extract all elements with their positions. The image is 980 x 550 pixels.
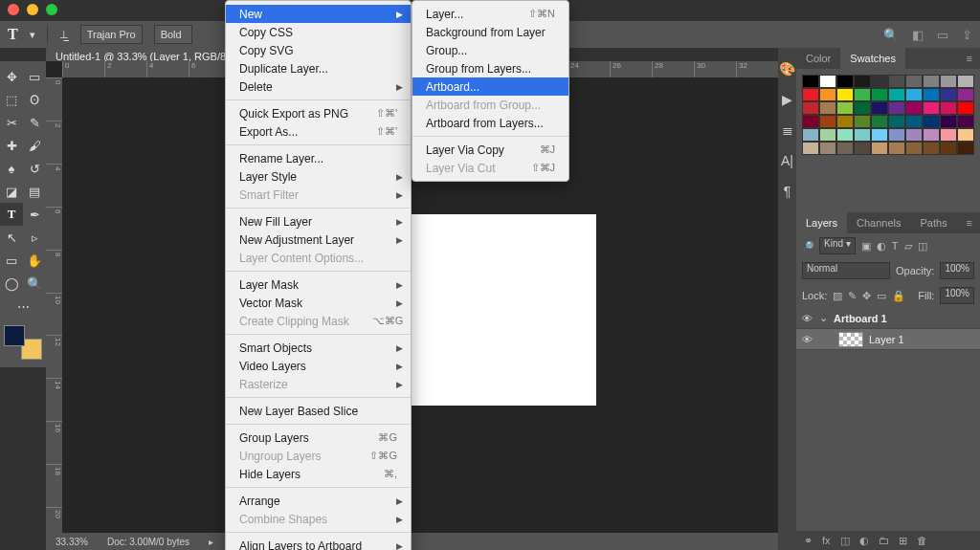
swatch[interactable] <box>802 142 819 155</box>
history-brush-tool[interactable]: ↺ <box>23 157 46 180</box>
swatch[interactable] <box>923 75 940 88</box>
swatch[interactable] <box>923 128 940 142</box>
lock-transparency-icon[interactable]: ▨ <box>833 290 842 302</box>
menu-item[interactable]: Hide Layers⌘, <box>226 465 411 483</box>
swatch[interactable] <box>905 101 923 115</box>
lock-position-icon[interactable]: ✥ <box>862 290 871 302</box>
swatch[interactable] <box>905 142 923 155</box>
swatch[interactable] <box>836 101 854 115</box>
move-tool[interactable]: ✥ <box>0 65 23 88</box>
swatch[interactable] <box>802 75 819 88</box>
menu-item[interactable]: Copy SVG <box>226 41 411 59</box>
swatch[interactable] <box>905 88 923 101</box>
swatch[interactable] <box>854 115 871 128</box>
status-arrow-icon[interactable]: ▸ <box>209 537 213 547</box>
menu-item[interactable]: Video Layers▶ <box>226 357 411 375</box>
swatch[interactable] <box>802 101 819 115</box>
swatch[interactable] <box>940 75 957 88</box>
menu-item[interactable]: Export As...⇧⌘' <box>226 122 411 141</box>
swatch[interactable] <box>940 88 957 101</box>
share-icon[interactable]: ⇪ <box>962 28 972 42</box>
window-minimize-button[interactable] <box>27 4 38 15</box>
swatch[interactable] <box>854 88 871 101</box>
eraser-tool[interactable]: ◪ <box>0 180 23 203</box>
menu-item[interactable]: Copy CSS <box>226 23 411 41</box>
swatch[interactable] <box>957 88 974 101</box>
swatch[interactable] <box>836 128 854 142</box>
swatch[interactable] <box>871 128 888 142</box>
workspace-icon[interactable]: ▭ <box>937 28 948 42</box>
swatch[interactable] <box>819 128 836 142</box>
swatch[interactable] <box>854 142 871 155</box>
swatch[interactable] <box>888 101 905 115</box>
zoom-tool[interactable]: 🔍 <box>23 272 46 295</box>
ellipse-tool[interactable]: ◯ <box>0 272 23 295</box>
swatch[interactable] <box>923 101 940 115</box>
swatch[interactable] <box>923 88 940 101</box>
filter-image-icon[interactable]: ▣ <box>861 240 871 253</box>
font-weight-select[interactable]: Bold <box>154 25 192 44</box>
layer-thumbnail[interactable] <box>838 332 863 347</box>
zoom-level[interactable]: 33.33% <box>56 537 88 547</box>
swatch[interactable] <box>957 142 974 155</box>
menu-item[interactable]: Rename Layer... <box>226 149 411 167</box>
disclosure-icon[interactable]: ⌄ <box>819 312 828 324</box>
swatch[interactable] <box>923 115 940 128</box>
tab-swatches[interactable]: Swatches <box>840 48 905 69</box>
menu-item[interactable]: Layer Via Copy⌘J <box>412 141 568 159</box>
stamp-tool[interactable]: ♠ <box>0 157 23 180</box>
swatch[interactable] <box>854 128 871 142</box>
menu-item[interactable]: Align Layers to Artboard▶ <box>226 537 411 550</box>
blend-mode-select[interactable]: Normal <box>802 262 890 279</box>
swatch[interactable] <box>836 142 854 155</box>
menu-item[interactable]: Group... <box>412 41 568 59</box>
filter-shape-icon[interactable]: ▱ <box>904 240 912 253</box>
opacity-value[interactable]: 100% <box>940 262 974 279</box>
swatch[interactable] <box>940 101 957 115</box>
lock-artboard-icon[interactable]: ▭ <box>877 290 886 302</box>
filter-adjust-icon[interactable]: ◐ <box>877 240 886 253</box>
hand-tool[interactable]: ✋ <box>23 249 46 272</box>
marquee-tool[interactable]: ⬚ <box>0 88 23 111</box>
swatch[interactable] <box>836 115 854 128</box>
artboard-tool[interactable]: ▭ <box>23 65 46 88</box>
artboard[interactable] <box>400 214 596 406</box>
panel-menu-icon[interactable]: ≡ <box>959 212 980 233</box>
swatch[interactable] <box>802 128 819 142</box>
swatch[interactable] <box>888 75 905 88</box>
type-tool[interactable]: T <box>0 203 23 226</box>
menu-item[interactable]: Quick Export as PNG⇧⌘' <box>226 104 411 122</box>
pen-tool[interactable]: ✒ <box>23 203 46 226</box>
new-adjustment-icon[interactable]: ◐ <box>859 535 869 547</box>
link-layers-icon[interactable]: ⚭ <box>804 535 813 547</box>
swatch[interactable] <box>923 142 940 155</box>
tool-presets-icon[interactable]: ▾ <box>30 29 35 41</box>
swatch[interactable] <box>871 115 888 128</box>
menu-item[interactable]: New Layer Based Slice <box>226 402 411 420</box>
swatch[interactable] <box>802 88 819 101</box>
swatch[interactable] <box>854 101 871 115</box>
window-close-button[interactable] <box>8 4 19 15</box>
menu-item[interactable]: Group from Layers... <box>412 59 568 77</box>
brush-tool[interactable]: 🖌 <box>23 134 46 157</box>
tab-channels[interactable]: Channels <box>847 212 910 233</box>
eyedropper-tool[interactable]: ✎ <box>23 111 46 134</box>
filter-kind-select[interactable]: Kind ▾ <box>819 237 856 254</box>
swatch[interactable] <box>871 101 888 115</box>
direct-select-tool[interactable]: ▹ <box>23 226 46 249</box>
menu-item[interactable]: Layer...⇧⌘N <box>412 5 568 23</box>
swatch[interactable] <box>905 128 923 142</box>
menu-item[interactable]: Background from Layer <box>412 23 568 41</box>
edit-toolbar[interactable]: ⋯ <box>0 295 46 318</box>
swatch[interactable] <box>940 115 957 128</box>
panel-toggle-icon[interactable]: ◧ <box>912 28 924 42</box>
swatch[interactable] <box>819 75 836 88</box>
swatch[interactable] <box>940 128 957 142</box>
menu-item[interactable]: Artboard... <box>412 77 568 96</box>
healing-tool[interactable]: ✚ <box>0 134 23 157</box>
tab-layers[interactable]: Layers <box>796 212 847 233</box>
tab-color[interactable]: Color <box>796 48 840 69</box>
menu-item[interactable]: Layer Style▶ <box>226 167 411 186</box>
search-icon[interactable]: 🔍 <box>883 28 899 42</box>
new-layer-icon[interactable]: ⊞ <box>899 535 907 547</box>
